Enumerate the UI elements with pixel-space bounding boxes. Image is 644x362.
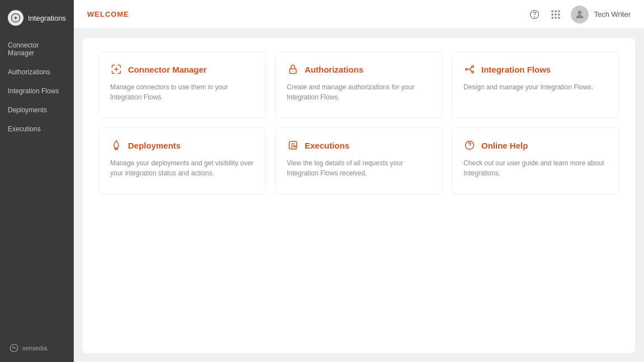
card-integration-flows[interactable]: Integration Flows Design and manage your… xyxy=(452,51,619,118)
card-deployments[interactable]: Deployments Manage your deployments and … xyxy=(98,127,266,194)
cards-grid: Connector Manager Manage connectors to u… xyxy=(98,51,619,194)
header-user[interactable]: Tech Writer xyxy=(571,6,631,23)
executions-icon xyxy=(287,139,299,151)
online-help-icon xyxy=(463,139,476,151)
sidebar-item-connector-manager[interactable]: Connector Manager xyxy=(0,36,74,63)
card-authorizations[interactable]: Authorizations Create and manage authori… xyxy=(275,51,443,118)
svg-rect-10 xyxy=(555,17,556,18)
svg-rect-4 xyxy=(555,10,556,12)
sidebar-logo-text: Integrations xyxy=(28,14,66,22)
svg-point-12 xyxy=(577,11,581,15)
sensedia-logo: sensedia. xyxy=(8,342,66,354)
svg-point-26 xyxy=(470,147,470,148)
card-executions-header: Executions xyxy=(287,139,431,151)
svg-rect-5 xyxy=(558,10,560,12)
svg-rect-9 xyxy=(551,17,553,18)
card-integration-flows-header: Integration Flows xyxy=(463,63,608,75)
svg-point-17 xyxy=(466,68,467,70)
online-help-title: Online Help xyxy=(481,141,528,150)
card-connector-manager-header: Connector Manager xyxy=(110,63,254,75)
sidebar-logo[interactable]: Integrations xyxy=(0,0,74,36)
svg-point-19 xyxy=(472,71,473,73)
sidebar-item-authorizations[interactable]: Authorizations xyxy=(0,63,74,82)
integration-flows-icon xyxy=(463,63,476,75)
card-authorizations-header: Authorizations xyxy=(287,63,431,75)
sidebar-nav: Connector Manager Authorizations Integra… xyxy=(0,36,74,334)
sensedia-label: sensedia. xyxy=(22,345,49,351)
sidebar: Integrations Connector Manager Authoriza… xyxy=(0,0,74,362)
authorizations-title: Authorizations xyxy=(305,65,363,74)
card-deployments-header: Deployments xyxy=(110,139,254,151)
executions-description: View the log details of all requests you… xyxy=(287,158,431,178)
username-label: Tech Writer xyxy=(594,10,631,18)
main-area: WELCOME xyxy=(74,0,644,362)
grid-icon[interactable] xyxy=(550,8,562,21)
deployments-description: Manage your deployments and get visibili… xyxy=(110,158,254,178)
sidebar-item-integration-flows[interactable]: Integration Flows xyxy=(0,82,74,101)
sensedia-icon xyxy=(8,342,20,354)
svg-rect-11 xyxy=(558,17,560,18)
content-area: Connector Manager Manage connectors to u… xyxy=(83,38,635,353)
card-connector-manager[interactable]: Connector Manager Manage connectors to u… xyxy=(98,51,266,118)
executions-title: Executions xyxy=(305,141,349,150)
svg-rect-6 xyxy=(551,13,553,15)
integrations-logo-icon xyxy=(8,10,23,26)
svg-rect-8 xyxy=(558,13,560,15)
svg-rect-7 xyxy=(555,13,556,15)
card-online-help[interactable]: Online Help Check out our user guide and… xyxy=(452,127,619,194)
avatar xyxy=(571,6,589,23)
page-title: WELCOME xyxy=(87,10,129,18)
connector-manager-icon xyxy=(110,63,122,75)
authorizations-description: Create and manage authorizations for you… xyxy=(287,82,431,102)
svg-point-16 xyxy=(292,71,293,72)
sidebar-item-deployments[interactable]: Deployments xyxy=(0,101,74,120)
integration-flows-title: Integration Flows xyxy=(481,65,551,74)
sidebar-item-executions[interactable]: Executions xyxy=(0,120,74,139)
sidebar-bottom: sensedia. xyxy=(0,334,74,362)
header: WELCOME xyxy=(74,0,644,29)
svg-point-18 xyxy=(472,65,473,67)
svg-point-2 xyxy=(534,16,534,17)
help-icon[interactable] xyxy=(528,8,541,21)
card-online-help-header: Online Help xyxy=(463,139,608,151)
connector-manager-title: Connector Manager xyxy=(128,65,207,74)
connector-manager-description: Manage connectors to use them in your In… xyxy=(110,82,254,102)
deployments-title: Deployments xyxy=(128,141,181,150)
authorizations-icon xyxy=(287,63,299,75)
deployments-icon xyxy=(110,139,122,151)
online-help-description: Check out our user guide and learn more … xyxy=(463,158,608,178)
svg-rect-3 xyxy=(551,10,553,12)
integration-flows-description: Design and manage your Integration Flows… xyxy=(463,82,608,92)
card-executions[interactable]: Executions View the log details of all r… xyxy=(275,127,443,194)
header-actions: Tech Writer xyxy=(528,6,631,23)
